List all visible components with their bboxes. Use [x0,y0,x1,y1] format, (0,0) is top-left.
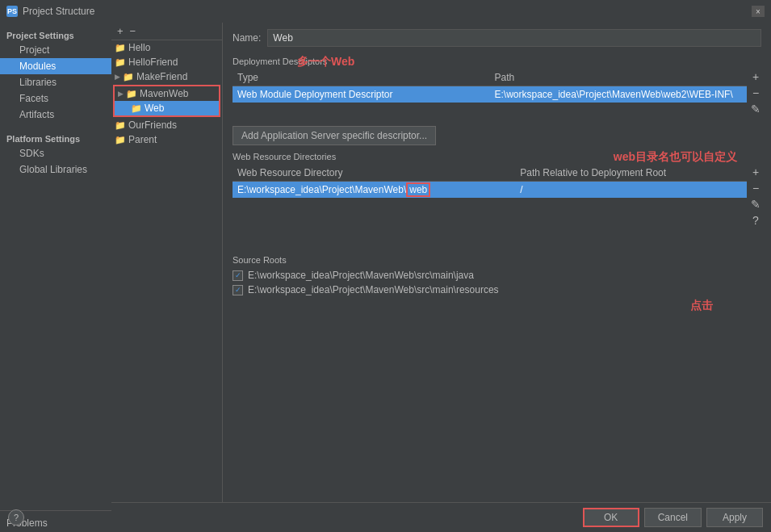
title-bar-title: Project Structure [23,6,94,17]
tree-node-ourfriends[interactable]: 📁 OurFriends [111,118,222,132]
add-server-row: Add Application Server specific descript… [233,126,761,145]
folder-icon: 📁 [115,57,126,68]
web-resource-col-dir: Web Resource Directory [233,165,515,182]
tree-node-parent[interactable]: 📁 Parent [111,132,222,147]
web-resource-edit-btn[interactable]: ✎ [750,197,761,212]
folder-icon: 📁 [115,43,126,53]
deployment-type-cell: Web Module Deployment Descriptor [233,86,490,103]
close-button[interactable]: × [752,6,765,17]
app-icon: PS [6,6,18,17]
platform-settings-label: Platform Settings [0,129,111,145]
source-root-resources: ✓ E:\workspace_idea\Project\MavenWeb\src… [233,283,761,297]
folder-icon: 📁 [131,103,142,114]
folder-icon: 📁 [115,120,126,131]
web-resource-add-btn[interactable]: + [750,165,761,179]
annotation-custom-dir: web目录名也可以自定义 [614,150,737,165]
tree-node-mavenweb[interactable]: ▶ 📁 MavenWeb [115,86,219,101]
sidebar-item-project[interactable]: Project [0,42,111,58]
web-resource-path-cell: / [515,182,747,199]
web-resource-col-path: Path Relative to Deployment Root [515,165,747,182]
folder-icon: 📁 [126,89,137,99]
tree-node-hellofriend[interactable]: 📁 HelloFriend [111,55,222,69]
tree-node-hello[interactable]: 📁 Hello [111,40,222,55]
web-resource-side-buttons: + − ✎ ? [750,165,761,228]
source-root-java-checkbox[interactable]: ✓ [233,270,243,281]
web-resource-remove-btn[interactable]: − [750,181,761,195]
web-resource-row[interactable]: E:\workspace_idea\Project\MavenWeb\web / [233,182,747,199]
web-resource-dir-cell: E:\workspace_idea\Project\MavenWeb\web [233,182,515,199]
sidebar-item-global-libraries[interactable]: Global Libraries [0,161,111,178]
sidebar-item-libraries[interactable]: Libraries [0,74,111,90]
cancel-button[interactable]: Cancel [644,508,702,527]
source-roots-label: Source Roots [233,255,761,265]
folder-icon: 📁 [115,135,126,145]
web-resource-table: Web Resource Directory Path Relative to … [233,165,747,198]
source-root-resources-checkbox[interactable]: ✓ [233,285,243,295]
title-bar-left: PS Project Structure [6,6,94,17]
web-resource-help-btn[interactable]: ? [750,213,761,228]
deployment-path-cell: E:\workspace_idea\Project\MavenWeb\web2\… [490,86,748,103]
tree-node-web[interactable]: 📁 Web [115,101,219,115]
name-row: Name: [233,29,761,47]
tree-node-makefriend[interactable]: ▶ 📁 MakeFriend [111,69,222,84]
ok-button[interactable]: OK [583,508,639,527]
add-server-button[interactable]: Add Application Server specific descript… [233,126,436,145]
name-input[interactable] [267,29,761,47]
sidebar-item-facets[interactable]: Facets [0,90,111,107]
deployment-edit-btn[interactable]: ✎ [750,102,761,116]
module-tree-panel: + − 📁 Hello 📁 HelloFriend ▶ 📁 MakeFriend [111,23,223,502]
project-settings-label: Project Settings [0,26,111,42]
sidebar-item-sdks[interactable]: SDKs [0,145,111,161]
name-label: Name: [233,32,261,44]
sidebar: Project Settings Project Modules Librari… [0,23,111,532]
module-tree-toolbar: + − [111,23,222,40]
bottom-bar: ? OK Cancel Apply [111,502,771,532]
deployment-col-type: Type [233,69,490,86]
module-remove-button[interactable]: − [128,25,139,37]
annotation-multiple-web: 多一个Web [297,55,354,69]
annotation-click: 点击 [690,299,713,313]
apply-button[interactable]: Apply [706,508,763,527]
deployment-row[interactable]: Web Module Deployment Descriptor E:\work… [233,86,747,103]
deployment-remove-btn[interactable]: − [750,86,761,100]
deployment-col-path: Path [490,69,748,86]
title-bar-controls[interactable]: × [752,6,765,17]
folder-icon: 📁 [123,72,134,82]
deployment-add-btn[interactable]: + [750,69,761,84]
details-panel: Name: Deployment Descriptors 多一个Web [223,23,771,502]
sidebar-item-artifacts[interactable]: Artifacts [0,107,111,123]
web-dir-highlighted: web [406,182,430,197]
deployment-side-buttons: + − ✎ [750,69,761,116]
source-root-java: ✓ E:\workspace_idea\Project\MavenWeb\src… [233,268,761,283]
title-bar: PS Project Structure × [0,0,771,23]
deployment-table: Type Path Web Module Deployment Descript… [233,69,747,103]
sidebar-item-modules[interactable]: Modules [0,58,111,74]
module-add-button[interactable]: + [115,25,126,37]
